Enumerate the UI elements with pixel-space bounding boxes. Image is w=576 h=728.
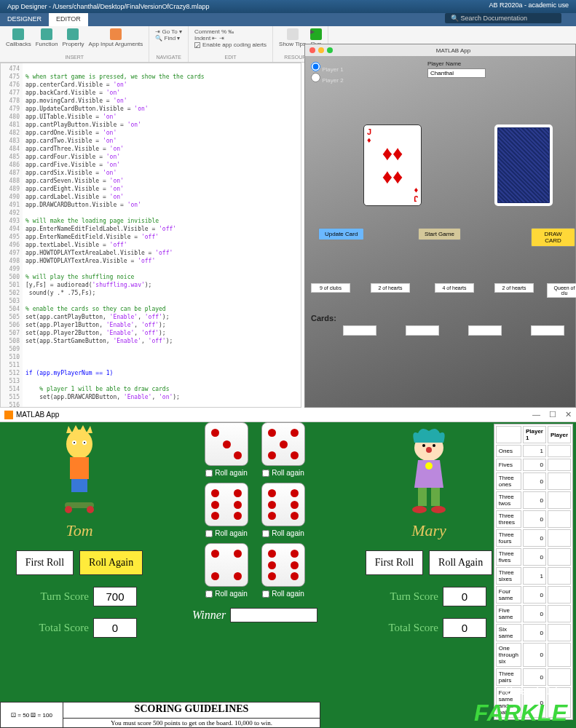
winner-label: Winner xyxy=(192,609,226,622)
first-roll-button-right[interactable]: First Roll xyxy=(366,550,423,575)
app-title: MATLAB App xyxy=(336,47,571,54)
card-slot-2[interactable] xyxy=(406,325,439,336)
enable-alerts-checkbox[interactable]: ✓Enable app coding alerts xyxy=(194,41,267,48)
find-button[interactable]: 🔍 Find ▾ xyxy=(155,35,182,41)
farkle-app-window: MATLAB App — ☐ ✕ Tom First Roll Roll Aga… xyxy=(0,408,576,728)
farkle-game-area: Tom First Roll Roll Again Turn Score 700… xyxy=(0,422,576,728)
table-row: Three twos0 xyxy=(496,491,571,509)
turn-score-value-left: 700 xyxy=(93,587,137,606)
card-slot-3[interactable] xyxy=(468,325,502,336)
table-row: Three ones0 xyxy=(496,472,571,490)
player-left-name: Tom xyxy=(3,521,156,540)
die-5[interactable]: Roll again xyxy=(205,543,248,604)
speed-label: Speed: 1.5x xyxy=(505,684,567,697)
property-button[interactable]: Property xyxy=(62,28,84,47)
total-score-value-right: 0 xyxy=(443,618,486,638)
deck-card-back[interactable] xyxy=(494,124,553,206)
roll-again-checkbox-6[interactable]: Roll again xyxy=(262,590,304,598)
minimize-icon[interactable] xyxy=(318,47,324,53)
indent-button[interactable]: Indent ⇤ ⇥ xyxy=(194,35,267,41)
matlab-icon xyxy=(4,411,13,419)
table-row: Three sixes1 xyxy=(496,567,571,585)
maximize-button[interactable]: ☐ xyxy=(549,410,556,419)
card-label-4: 2 of hearts xyxy=(494,283,534,293)
first-roll-button-left[interactable]: First Roll xyxy=(16,550,74,575)
table-row: Four same0 xyxy=(496,586,571,604)
svg-point-13 xyxy=(426,447,432,453)
close-icon[interactable] xyxy=(309,47,315,53)
update-card-button[interactable]: Update Card xyxy=(318,228,364,240)
player2-radio[interactable]: Player 2 xyxy=(311,73,344,84)
svg-point-12 xyxy=(433,444,435,447)
card-slot-4[interactable] xyxy=(531,325,564,336)
svg-rect-6 xyxy=(71,479,87,492)
maximize-icon[interactable] xyxy=(327,47,333,53)
roll-again-checkbox-5[interactable]: Roll again xyxy=(205,590,247,598)
roll-again-button-left[interactable]: Roll Again xyxy=(79,550,143,575)
goto-button[interactable]: ⇥ Go To ▾ xyxy=(155,28,182,35)
total-score-label-left: Total Score xyxy=(22,622,89,634)
table-row: Six same0 xyxy=(496,624,571,641)
table-row: Fives0 xyxy=(496,459,571,471)
die-4[interactable]: Roll again xyxy=(261,483,305,543)
roll-again-button-right[interactable]: Roll Again xyxy=(429,550,492,575)
farkle-logo: FARKLE xyxy=(474,700,567,727)
die-2[interactable]: Roll again xyxy=(261,422,305,483)
roll-again-checkbox-1[interactable]: Roll again xyxy=(205,469,247,477)
tab-designer[interactable]: DESIGNER xyxy=(0,13,49,26)
player-left-panel: Tom First Roll Roll Again Turn Score 700… xyxy=(3,422,156,692)
svg-rect-16 xyxy=(431,488,440,506)
app-input-button[interactable]: App Input Arguments xyxy=(89,28,143,47)
farkle-title: MATLAB App xyxy=(16,411,59,419)
die-6[interactable]: Roll again xyxy=(261,543,305,604)
score-table[interactable]: Player 1 Player Ones1Fives0Three ones0Th… xyxy=(494,424,573,720)
minimize-button[interactable]: — xyxy=(532,410,540,419)
svg-point-9 xyxy=(87,506,94,513)
roll-again-checkbox-3[interactable]: Roll again xyxy=(205,529,247,537)
player-name-label: Player Name xyxy=(427,60,486,67)
player-name-input[interactable] xyxy=(427,68,486,78)
comment-button[interactable]: Comment % ‰ xyxy=(194,28,267,35)
svg-point-14 xyxy=(425,462,433,470)
table-row: Three fours0 xyxy=(496,529,571,547)
svg-point-8 xyxy=(65,506,72,513)
player-right-avatar xyxy=(396,422,462,517)
total-score-label-right: Total Score xyxy=(371,622,438,634)
roll-again-checkbox-4[interactable]: Roll again xyxy=(262,529,304,537)
close-button[interactable]: ✕ xyxy=(565,410,572,419)
draw-card-button[interactable]: DRAW CARD xyxy=(531,228,575,247)
table-row: One through six0 xyxy=(496,643,571,667)
winner-field xyxy=(230,608,317,622)
die-1[interactable]: Roll again xyxy=(205,422,248,483)
player-select-group: Player 1 Player 2 xyxy=(311,62,344,84)
tab-editor[interactable]: EDITOR xyxy=(49,13,88,26)
turn-score-label-left: Turn Score xyxy=(22,590,89,603)
player-left-avatar xyxy=(47,422,112,517)
table-header-p1: Player 1 xyxy=(523,426,546,443)
start-game-button[interactable]: Start Game xyxy=(418,228,461,240)
turn-score-label-right: Turn Score xyxy=(371,590,438,603)
function-button[interactable]: Function xyxy=(36,28,58,47)
code-editor[interactable]: 474 475 476 477 478 479 480 481 482 483 … xyxy=(0,63,301,408)
die-3[interactable]: Roll again xyxy=(205,483,248,543)
titlebar-path: App Designer - /Users/chanthal/Desktop/F… xyxy=(7,3,210,10)
roll-again-checkbox-2[interactable]: Roll again xyxy=(262,469,304,477)
card-game-app-window: MATLAB App Player 1 Player 2 Player Name… xyxy=(304,44,576,408)
turn-score-value-right: 0 xyxy=(443,587,486,606)
cards-label: Cards: xyxy=(311,314,336,323)
callbacks-button[interactable]: Callbacks xyxy=(6,28,31,47)
player1-radio[interactable]: Player 1 xyxy=(311,62,344,73)
scoring-title: SCORING GUIDELINES xyxy=(63,703,320,719)
group-edit-label: EDIT xyxy=(194,55,267,60)
show-tips-button[interactable]: Show Tips xyxy=(279,28,306,47)
svg-point-17 xyxy=(412,506,427,513)
total-score-value-left: 0 xyxy=(93,618,137,638)
table-row: Ones1 xyxy=(496,445,571,457)
scoring-dice-values: ⚀ = 50 ⚄ = 100 xyxy=(1,703,63,727)
card-slot-1[interactable] xyxy=(343,325,376,336)
table-row: Three threes0 xyxy=(496,510,571,528)
card-label-1: 9 of clubs xyxy=(311,283,350,293)
search-documentation-input[interactable]: 🔍 Search Documentation xyxy=(445,13,561,23)
code-text[interactable]: % when start game is pressed, we show th… xyxy=(24,63,301,408)
line-number-gutter: 474 475 476 477 478 479 480 481 482 483 … xyxy=(1,63,23,408)
